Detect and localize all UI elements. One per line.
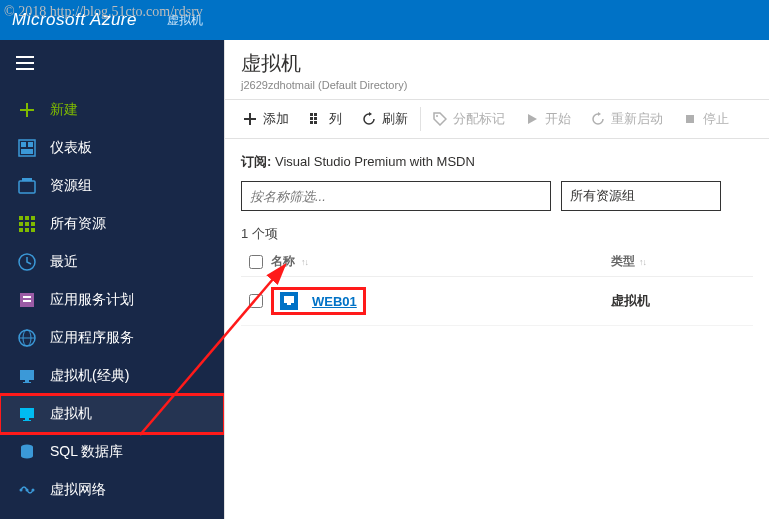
svg-rect-31 bbox=[25, 418, 29, 420]
sidebar-item-label: 虚拟网络 bbox=[50, 481, 106, 499]
columns-icon bbox=[309, 112, 323, 126]
sidebar-item-label: 所有资源 bbox=[50, 215, 106, 233]
name-filter-input[interactable] bbox=[241, 181, 551, 211]
button-label: 添加 bbox=[263, 110, 289, 128]
sidebar-item-dashboard[interactable]: 仪表板 bbox=[0, 129, 224, 167]
grid-icon bbox=[18, 215, 36, 233]
row-type: 虚拟机 bbox=[611, 292, 711, 310]
add-button[interactable]: 添加 bbox=[233, 100, 299, 138]
sort-icon: ↑↓ bbox=[639, 257, 646, 267]
columns-button[interactable]: 列 bbox=[299, 100, 352, 138]
select-all-checkbox[interactable] bbox=[249, 255, 263, 269]
start-button: 开始 bbox=[515, 100, 581, 138]
blade-subtitle: j2629zdhotmail (Default Directory) bbox=[241, 79, 753, 91]
subscription-label: 订阅: bbox=[241, 154, 271, 169]
refresh-button[interactable]: 刷新 bbox=[352, 100, 418, 138]
sql-icon bbox=[18, 443, 36, 461]
svg-rect-43 bbox=[310, 121, 313, 124]
vm-name-link[interactable]: WEB01 bbox=[312, 294, 357, 309]
svg-rect-15 bbox=[25, 222, 29, 226]
sidebar-item-recent[interactable]: 最近 bbox=[0, 243, 224, 281]
dashboard-icon bbox=[18, 139, 36, 157]
grid-header: 名称 ↑↓ 类型 ↑↓ bbox=[241, 253, 753, 277]
restart-button: 重新启动 bbox=[581, 100, 673, 138]
svg-rect-10 bbox=[22, 178, 32, 181]
svg-rect-28 bbox=[25, 380, 29, 382]
svg-rect-40 bbox=[314, 113, 317, 116]
sidebar-item-label: 应用程序服务 bbox=[50, 329, 134, 347]
subscription-line: 订阅: Visual Studio Premium with MSDN bbox=[241, 153, 753, 171]
svg-point-46 bbox=[436, 115, 438, 117]
stop-button: 停止 bbox=[673, 100, 739, 138]
button-label: 刷新 bbox=[382, 110, 408, 128]
sidebar-item-app-services[interactable]: 应用程序服务 bbox=[0, 319, 224, 357]
sidebar-item-vm[interactable]: 虚拟机 bbox=[0, 395, 224, 433]
svg-rect-17 bbox=[19, 228, 23, 232]
blade-title: 虚拟机 bbox=[241, 50, 753, 77]
svg-marker-48 bbox=[598, 112, 601, 116]
sidebar-item-label: SQL 数据库 bbox=[50, 443, 123, 461]
sidebar-item-all-resources[interactable]: 所有资源 bbox=[0, 205, 224, 243]
plan-icon bbox=[18, 291, 36, 309]
svg-rect-13 bbox=[31, 216, 35, 220]
svg-rect-32 bbox=[23, 420, 31, 421]
main-blade: 虚拟机 j2629zdhotmail (Default Directory) 添… bbox=[224, 40, 769, 519]
top-bar: Microsoft Azure 虚拟机 bbox=[0, 0, 769, 40]
svg-rect-30 bbox=[20, 408, 34, 418]
svg-rect-44 bbox=[314, 121, 317, 124]
svg-rect-9 bbox=[19, 181, 35, 193]
svg-rect-19 bbox=[31, 228, 35, 232]
svg-rect-41 bbox=[310, 117, 313, 120]
breadcrumb[interactable]: 虚拟机 bbox=[167, 12, 203, 29]
toolbar-separator bbox=[420, 107, 421, 131]
column-label: 名称 bbox=[271, 253, 295, 270]
subscription-value: Visual Studio Premium with MSDN bbox=[275, 154, 475, 169]
hamburger-button[interactable] bbox=[0, 48, 224, 91]
button-label: 列 bbox=[329, 110, 342, 128]
sidebar-item-sql-db[interactable]: SQL 数据库 bbox=[0, 433, 224, 471]
sidebar-item-label: 应用服务计划 bbox=[50, 291, 134, 309]
svg-rect-11 bbox=[19, 216, 23, 220]
clock-icon bbox=[18, 253, 36, 271]
sidebar-item-label: 虚拟机(经典) bbox=[50, 367, 129, 385]
sidebar-item-app-service-plans[interactable]: 应用服务计划 bbox=[0, 281, 224, 319]
svg-rect-14 bbox=[19, 222, 23, 226]
item-count: 1 个项 bbox=[241, 225, 753, 243]
select-value: 所有资源组 bbox=[570, 187, 635, 205]
vnet-icon bbox=[18, 481, 36, 499]
row-checkbox[interactable] bbox=[249, 294, 263, 308]
svg-point-34 bbox=[20, 489, 23, 492]
tag-icon bbox=[433, 112, 447, 126]
refresh-icon bbox=[362, 112, 376, 126]
sidebar-item-label: 虚拟机 bbox=[50, 405, 92, 423]
vm-icon bbox=[18, 405, 36, 423]
svg-rect-39 bbox=[310, 113, 313, 116]
sidebar-item-vnet[interactable]: 虚拟网络 bbox=[0, 471, 224, 509]
svg-rect-7 bbox=[28, 142, 33, 147]
col-header-name[interactable]: 名称 ↑↓ bbox=[271, 253, 611, 270]
table-row[interactable]: WEB01 虚拟机 bbox=[241, 277, 753, 326]
svg-rect-29 bbox=[23, 382, 31, 383]
row-highlight-box: WEB01 bbox=[271, 287, 366, 315]
button-label: 开始 bbox=[545, 110, 571, 128]
col-header-type[interactable]: 类型 ↑↓ bbox=[611, 253, 711, 270]
vm-icon bbox=[280, 292, 298, 310]
svg-rect-51 bbox=[287, 303, 291, 305]
new-button[interactable]: 新建 bbox=[0, 91, 224, 129]
resource-group-icon bbox=[18, 177, 36, 195]
button-label: 重新启动 bbox=[611, 110, 663, 128]
sidebar-item-label: 仪表板 bbox=[50, 139, 92, 157]
play-icon bbox=[525, 112, 539, 126]
sidebar-item-label: 资源组 bbox=[50, 177, 92, 195]
svg-rect-8 bbox=[21, 149, 33, 154]
button-label: 停止 bbox=[703, 110, 729, 128]
stop-icon bbox=[683, 112, 697, 126]
resource-group-select[interactable]: 所有资源组 bbox=[561, 181, 721, 211]
sort-icon: ↑↓ bbox=[301, 257, 308, 267]
sidebar-item-label: 最近 bbox=[50, 253, 78, 271]
restart-icon bbox=[591, 112, 605, 126]
plus-icon bbox=[18, 101, 36, 119]
sidebar-item-classic-vm[interactable]: 虚拟机(经典) bbox=[0, 357, 224, 395]
sidebar-item-resource-groups[interactable]: 资源组 bbox=[0, 167, 224, 205]
svg-marker-45 bbox=[369, 112, 372, 116]
